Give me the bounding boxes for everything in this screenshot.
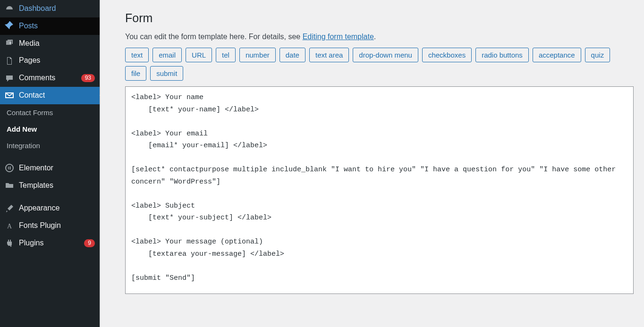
tag-button-acceptance[interactable]: acceptance <box>533 48 581 62</box>
sidebar-item-pages[interactable]: Pages <box>0 52 100 69</box>
sidebar-item-elementor[interactable]: Elementor <box>0 159 100 177</box>
circle-e-icon <box>5 163 14 173</box>
tag-button-submit[interactable]: submit <box>150 66 183 81</box>
sidebar-item-dashboard[interactable]: Dashboard <box>0 0 100 17</box>
tag-button-date[interactable]: date <box>280 48 305 62</box>
pages-icon <box>5 56 14 66</box>
brush-icon <box>5 204 14 213</box>
app-root: Dashboard Posts Media Pages Comments 93 … <box>0 0 644 327</box>
mail-icon <box>5 91 14 100</box>
panel-heading: Form <box>125 11 634 25</box>
sidebar-label: Contact <box>19 91 95 101</box>
sidebar-item-appearance[interactable]: Appearance <box>0 200 100 217</box>
comment-icon <box>5 74 14 83</box>
tag-button-file[interactable]: file <box>125 66 146 81</box>
tag-button-checkboxes[interactable]: checkboxes <box>422 48 472 62</box>
sidebar-item-fonts-plugin[interactable]: A Fonts Plugin <box>0 217 100 235</box>
main-content: Form You can edit the form template here… <box>100 0 644 327</box>
sidebar-item-posts[interactable]: Posts <box>0 17 100 35</box>
plug-icon <box>5 238 14 248</box>
panel-description: You can edit the form template here. For… <box>125 33 634 41</box>
sidebar-item-plugins[interactable]: Plugins 9 <box>0 235 100 252</box>
tag-button-radio-buttons[interactable]: radio buttons <box>475 48 529 62</box>
sidebar-label: Plugins <box>19 238 82 248</box>
sidebar-label: Posts <box>19 21 95 31</box>
tag-generator-row: textemailURLtelnumberdatetext areadrop-d… <box>125 48 634 81</box>
svg-rect-2 <box>8 167 9 169</box>
submenu-integration[interactable]: Integration <box>0 137 100 154</box>
tag-button-text[interactable]: text <box>125 48 149 62</box>
admin-sidebar: Dashboard Posts Media Pages Comments 93 … <box>0 0 100 327</box>
gauge-icon <box>5 4 14 13</box>
sidebar-gap <box>0 194 100 200</box>
tag-button-quiz[interactable]: quiz <box>585 48 610 62</box>
submenu-contact-forms[interactable]: Contact Forms <box>0 104 100 121</box>
editing-template-link[interactable]: Editing form template <box>303 33 374 41</box>
sidebar-item-media[interactable]: Media <box>0 35 100 52</box>
sidebar-label: Media <box>19 39 95 49</box>
panel-form: Form You can edit the form template here… <box>112 0 644 295</box>
media-icon <box>5 39 14 48</box>
tag-button-number[interactable]: number <box>239 48 276 62</box>
sidebar-item-templates[interactable]: Templates <box>0 177 100 194</box>
count-badge: 93 <box>81 74 95 83</box>
form-template-editor[interactable] <box>125 86 634 294</box>
desc-text: You can edit the form template here. For… <box>125 33 303 41</box>
sidebar-label: Fonts Plugin <box>19 221 95 231</box>
svg-text:A: A <box>7 223 12 230</box>
desc-suffix: . <box>374 33 376 41</box>
submenu-add-new[interactable]: Add New <box>0 121 100 137</box>
tag-button-drop-down-menu[interactable]: drop-down menu <box>353 48 418 62</box>
count-badge: 9 <box>84 239 95 248</box>
sidebar-item-comments[interactable]: Comments 93 <box>0 69 100 87</box>
letter-a-icon: A <box>5 221 14 231</box>
sidebar-label: Pages <box>19 56 95 66</box>
svg-rect-5 <box>9 169 11 170</box>
svg-rect-3 <box>9 167 11 168</box>
tag-button-email[interactable]: email <box>153 48 182 62</box>
sidebar-gap <box>0 154 100 159</box>
svg-rect-4 <box>9 168 11 168</box>
pin-icon <box>5 21 14 31</box>
sidebar-label: Elementor <box>19 163 95 173</box>
folder-icon <box>5 181 14 190</box>
tag-button-URL[interactable]: URL <box>186 48 212 62</box>
sidebar-label: Dashboard <box>19 4 95 14</box>
sidebar-item-contact[interactable]: Contact <box>0 87 100 104</box>
tag-button-text-area[interactable]: text area <box>309 48 349 62</box>
sidebar-label: Comments <box>19 73 79 83</box>
sidebar-label: Templates <box>19 181 95 191</box>
sidebar-label: Appearance <box>19 203 95 213</box>
svg-point-0 <box>9 42 11 44</box>
tag-button-tel[interactable]: tel <box>216 48 236 62</box>
